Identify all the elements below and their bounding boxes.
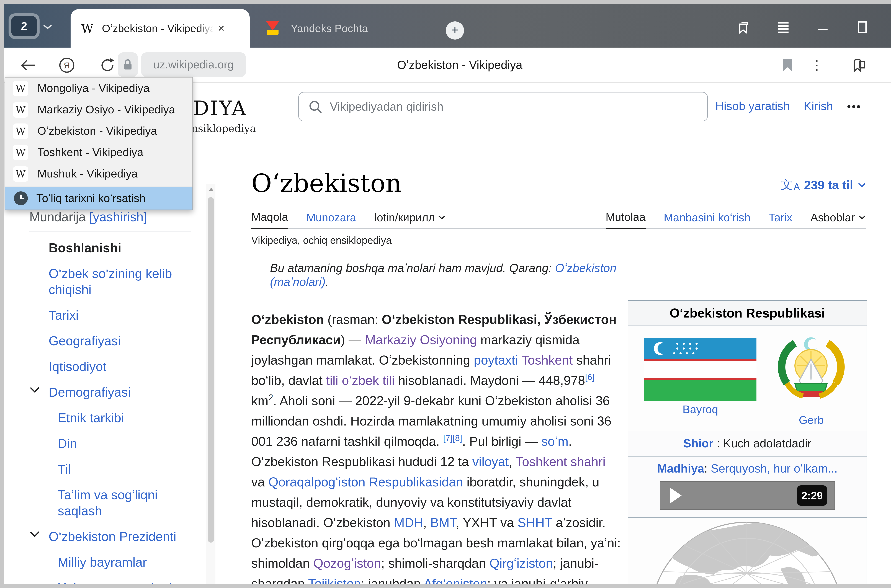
chevron-down-icon[interactable] xyxy=(29,531,40,537)
wiki-link[interactable]: Tojikiston xyxy=(308,576,361,584)
emblem-caption-link[interactable]: Gerb xyxy=(774,414,849,427)
suggestion-label: Toshkent - Vikipediya xyxy=(38,146,143,159)
wiki-link[interactable]: Afgʻoniston xyxy=(424,576,487,584)
toc-item[interactable]: Xalqaro munosabatlar xyxy=(29,580,191,584)
maximize-icon[interactable] xyxy=(858,21,868,34)
anthem-title-link[interactable]: Serquyosh, hur oʻlkam... xyxy=(711,462,838,475)
toc-item[interactable]: Din xyxy=(29,436,191,452)
minimize-icon[interactable] xyxy=(818,29,828,31)
article-tab-mutolaa[interactable]: Mutolaa xyxy=(606,211,645,230)
wiki-link[interactable]: soʻm xyxy=(542,434,568,448)
new-tab-button[interactable]: + xyxy=(446,21,464,39)
reload-icon[interactable] xyxy=(99,57,116,73)
bookmarks-panel-icon[interactable] xyxy=(738,20,752,34)
language-icon-a: A xyxy=(794,182,800,192)
tab-counter-button[interactable]: 2 xyxy=(9,14,39,39)
close-tab-icon[interactable]: ✕ xyxy=(218,23,225,34)
lock-icon xyxy=(123,59,133,70)
tab-label: Manbasini koʻrish xyxy=(664,211,751,224)
history-suggestion[interactable]: WMongoliya - Vikipediya xyxy=(5,78,192,99)
wiki-link[interactable]: SHHT xyxy=(518,515,552,530)
article-tab-maqola[interactable]: Maqola xyxy=(251,211,288,230)
toc-item[interactable]: Boshlanishi xyxy=(29,240,191,256)
login-link[interactable]: Kirish xyxy=(804,99,833,113)
play-icon[interactable] xyxy=(670,488,682,504)
toc-item[interactable]: Oʻzbekiston Prezidenti xyxy=(29,529,191,545)
bookmark-flag-icon[interactable] xyxy=(783,59,792,71)
wiki-link-visited[interactable]: Toshkent shahri xyxy=(516,454,606,469)
toc-item-label: Demografiyasi xyxy=(49,385,130,399)
wiki-link[interactable]: Qoraqalpogʻiston Respublikasidan xyxy=(268,475,463,489)
history-clock-icon xyxy=(14,191,28,205)
wiki-link[interactable]: poytaxti xyxy=(474,353,518,367)
wiki-link[interactable]: viloyat xyxy=(472,454,509,469)
toc-item[interactable]: Oʻzbek soʻzining kelib chiqishi xyxy=(29,266,191,298)
wiki-link[interactable]: Qirgʻiziston xyxy=(489,556,553,570)
wiki-link-visited[interactable]: Markaziy Osiyoning xyxy=(365,333,477,347)
site-security-chip[interactable] xyxy=(118,52,138,77)
menu-icon[interactable] xyxy=(777,21,789,33)
tab-yandeks-pochta[interactable]: Yandeks Pochta xyxy=(255,9,429,48)
history-suggestion[interactable]: WOʻzbekiston - Vikipediya xyxy=(5,120,192,142)
motto-label-link[interactable]: Shior xyxy=(683,437,714,451)
more-menu-icon[interactable]: ⋮ xyxy=(810,48,823,82)
toc-item[interactable]: Etnik tarkibi xyxy=(29,410,191,426)
show-full-history-item[interactable]: Toʻliq tarixni koʻrsatish xyxy=(5,187,192,210)
wiki-search-input[interactable]: Vikipediyadan qidirish xyxy=(298,92,708,122)
search-icon xyxy=(309,100,322,114)
uzbekistan-emblem-image[interactable] xyxy=(774,333,849,410)
audio-duration: 2:29 xyxy=(797,485,827,506)
history-suggestion[interactable]: WMushuk - Vikipediya xyxy=(5,163,192,184)
article-tab-munozara[interactable]: Munozara xyxy=(306,211,356,228)
yandex-search-icon[interactable]: Я xyxy=(59,57,75,73)
divider xyxy=(430,16,430,39)
toc-hide-link[interactable]: [yashirish] xyxy=(89,210,147,224)
tab-ozbekiston[interactable]: W Oʻzbekiston - Vikipediya ✕ xyxy=(70,9,250,48)
wiki-link[interactable]: MDH xyxy=(394,515,423,530)
wiki-link[interactable]: BMT xyxy=(430,515,456,530)
back-icon[interactable] xyxy=(20,59,36,71)
create-account-link[interactable]: Hisob yaratish xyxy=(715,99,790,113)
url-text: uz.wikipedia.org xyxy=(153,58,234,71)
reference-link[interactable]: [6] xyxy=(585,373,594,382)
toc-item[interactable]: Demografiyasi xyxy=(29,384,191,400)
table-of-contents: Mundarija [yashirish] BoshlanishiOʻzbek … xyxy=(29,210,191,584)
toc-item[interactable]: Taʼlim va sogʻliqni saqlash xyxy=(29,487,191,519)
article-tab-manbasini-ko-rish[interactable]: Manbasini koʻrish xyxy=(664,211,751,228)
history-suggestion[interactable]: WMarkaziy Osiyo - Vikipediya xyxy=(5,99,192,120)
chevron-down-icon[interactable] xyxy=(29,387,40,393)
uzbekistan-flag-image[interactable] xyxy=(644,338,756,401)
user-more-menu[interactable]: ••• xyxy=(847,100,861,112)
toc-item-label: Din xyxy=(58,436,77,451)
anthem-audio-player[interactable]: 2:29 xyxy=(660,481,835,510)
wiki-link-visited[interactable]: Qozogʻiston xyxy=(313,556,381,570)
wiki-link-visited[interactable]: Toshkent xyxy=(521,353,573,367)
text-segment: km xyxy=(251,393,268,408)
article-tab-asboblar[interactable]: Asboblar xyxy=(810,211,866,228)
address-bar[interactable]: uz.wikipedia.org xyxy=(141,52,246,77)
toc-item[interactable]: Milliy bayramlar xyxy=(29,554,191,570)
text-segment: . Pul birligi — xyxy=(462,434,541,448)
wiki-link-visited[interactable]: tili xyxy=(326,373,338,387)
tab-label: Mutolaa xyxy=(606,211,645,224)
article-tab-lotin-[interactable]: lotin/кирилл xyxy=(374,211,446,228)
reference-link[interactable]: [7][8] xyxy=(443,434,462,442)
collections-icon[interactable] xyxy=(851,57,867,73)
sidebar-scrollbar[interactable] xyxy=(206,184,216,584)
chevron-down-icon[interactable] xyxy=(43,24,52,29)
language-selector[interactable]: 文A 239 ta til xyxy=(781,177,866,193)
flag-caption-link[interactable]: Bayroq xyxy=(644,403,756,416)
toc-item[interactable]: Iqtisodiyot xyxy=(29,358,191,375)
text-segment: ; va janubi-gʻarbiy xyxy=(487,576,588,584)
toc-item[interactable]: Til xyxy=(29,461,191,477)
anthem-label-link[interactable]: Madhiya xyxy=(657,462,704,475)
article-tab-tarix[interactable]: Tarix xyxy=(769,211,792,228)
history-suggestion[interactable]: WToshkent - Vikipediya xyxy=(5,142,192,163)
lead-paragraph: Oʻzbekiston (rasman: Oʻzbekiston Respubl… xyxy=(251,309,622,584)
toc-item[interactable]: Tarixi xyxy=(29,308,191,323)
scrollbar-thumb[interactable] xyxy=(208,197,214,543)
wiki-link-visited[interactable]: oʻzbek tili xyxy=(342,373,394,387)
text-segment: va xyxy=(251,475,268,489)
scroll-up-icon[interactable] xyxy=(208,188,214,191)
toc-item[interactable]: Geografiyasi xyxy=(29,333,191,349)
